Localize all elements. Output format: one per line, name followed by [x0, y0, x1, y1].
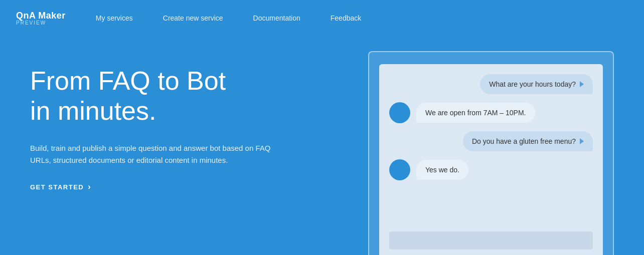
nav-link-feedback[interactable]: Feedback: [331, 14, 361, 22]
nav-item-documentation[interactable]: Documentation: [253, 14, 300, 23]
chevron-right-icon: ›: [88, 182, 91, 191]
nav-link-create-new-service[interactable]: Create new service: [163, 14, 223, 22]
chat-row: We are open from 7AM – 10PM.: [389, 102, 593, 123]
nav-item-create-new-service[interactable]: Create new service: [163, 14, 223, 23]
chat-message-4: Yes we do.: [425, 166, 459, 174]
chat-bubble-outgoing-2: Do you have a gluten free menu?: [463, 131, 593, 151]
hero-section: From FAQ to Botin minutes. Build, train …: [30, 56, 291, 191]
nav-item-feedback[interactable]: Feedback: [331, 14, 361, 23]
chat-row: Yes we do.: [389, 159, 593, 180]
chat-message-1: What are your hours today?: [489, 80, 576, 88]
get-started-button[interactable]: GET STARTED ›: [30, 182, 91, 191]
chat-message-3: Do you have a gluten free menu?: [472, 137, 576, 145]
chat-inner: What are your hours today? We are open f…: [379, 64, 603, 255]
chat-row: What are your hours today?: [389, 74, 593, 94]
brand-subtitle: PREVIEW: [16, 20, 66, 26]
nav-item-my-services[interactable]: My services: [96, 14, 133, 23]
chat-row: Do you have a gluten free menu?: [389, 131, 593, 151]
nav-links: My services Create new service Documenta…: [96, 14, 361, 23]
avatar: [389, 159, 410, 180]
brand-title: QnA Maker: [16, 11, 66, 21]
nav-link-documentation[interactable]: Documentation: [253, 14, 300, 22]
nav-link-my-services[interactable]: My services: [96, 14, 133, 22]
chat-message-2: We are open from 7AM – 10PM.: [425, 109, 526, 117]
main-content: From FAQ to Botin minutes. Build, train …: [0, 36, 644, 255]
chat-bubble-incoming-2: Yes we do.: [416, 160, 468, 180]
chat-illustration: What are your hours today? We are open f…: [291, 51, 614, 255]
bubble-arrow-icon: [580, 81, 584, 87]
hero-headline: From FAQ to Botin minutes.: [30, 66, 291, 126]
get-started-label: GET STARTED: [30, 183, 84, 191]
chat-window: What are your hours today? We are open f…: [368, 51, 614, 255]
chat-bubble-outgoing-1: What are your hours today?: [480, 74, 593, 94]
bubble-arrow-icon: [580, 138, 584, 144]
chat-bubble-incoming-1: We are open from 7AM – 10PM.: [416, 103, 535, 123]
chat-input-bar[interactable]: [389, 231, 593, 249]
navbar: QnA Maker PREVIEW My services Create new…: [0, 0, 644, 36]
avatar: [389, 102, 410, 123]
hero-description: Build, train and publish a simple questi…: [30, 142, 271, 166]
brand: QnA Maker PREVIEW: [16, 11, 66, 26]
